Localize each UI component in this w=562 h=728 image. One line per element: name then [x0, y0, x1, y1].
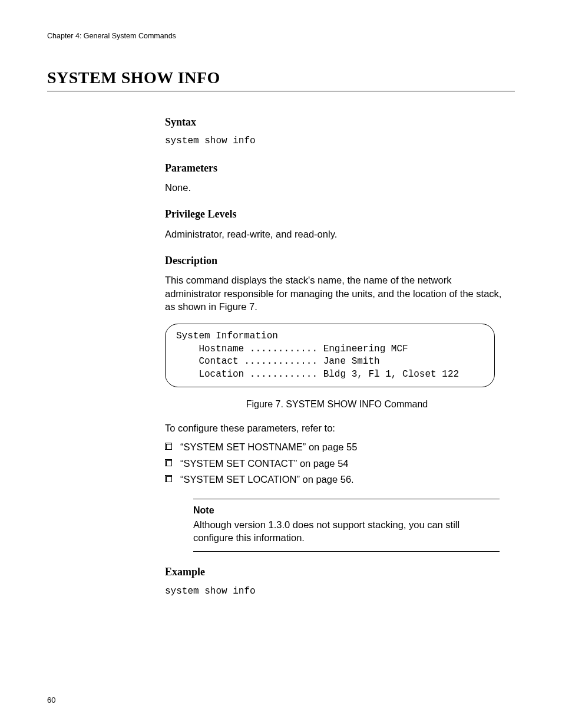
list-item: “SYSTEM SET LOCATION” on page 56.: [165, 473, 509, 486]
figure-caption: Figure 7. SYSTEM SHOW INFO Command: [165, 398, 509, 411]
page-number: 60: [47, 696, 55, 704]
note-label: Note: [193, 504, 500, 517]
note-block: Note Although version 1.3.0 does not sup…: [193, 499, 500, 552]
figure-line-0: System Information: [176, 330, 484, 343]
heading-example: Example: [165, 565, 509, 579]
heading-syntax: Syntax: [165, 115, 509, 129]
list-item-text: “SYSTEM SET CONTACT” on page 54: [180, 457, 348, 470]
page: Chapter 4: General System Commands SYSTE…: [0, 0, 562, 728]
figure-wrap: System Information Hostname ............…: [165, 324, 509, 411]
box-bullet-icon: [165, 459, 172, 466]
list-item-text: “SYSTEM SET LOCATION” on page 56.: [180, 473, 354, 486]
box-bullet-icon: [165, 475, 172, 482]
description-text: This command displays the stack's name, …: [165, 274, 509, 313]
list-item: “SYSTEM SET CONTACT” on page 54: [165, 457, 509, 470]
title-block: SYSTEM SHOW INFO: [47, 68, 515, 91]
page-title: SYSTEM SHOW INFO: [47, 68, 515, 87]
box-bullet-icon: [165, 443, 172, 450]
heading-privilege: Privilege Levels: [165, 207, 509, 221]
figure-line-2: Contact ............. Jane Smith: [176, 355, 484, 368]
content-column: Syntax system show info Parameters None.…: [165, 115, 509, 598]
syntax-code: system show info: [165, 135, 509, 148]
list-item-text: “SYSTEM SET HOSTNAME” on page 55: [180, 440, 357, 453]
figure-line-3: Location ............ Bldg 3, Fl 1, Clos…: [176, 368, 484, 381]
heading-parameters: Parameters: [165, 161, 509, 175]
bullet-list: “SYSTEM SET HOSTNAME” on page 55 “SYSTEM…: [165, 440, 509, 486]
heading-description: Description: [165, 253, 509, 268]
running-head: Chapter 4: General System Commands: [47, 32, 515, 40]
note-text: Although version 1.3.0 does not support …: [193, 518, 500, 545]
parameters-text: None.: [165, 181, 509, 194]
figure-line-1: Hostname ............ Engineering MCF: [176, 343, 484, 356]
refer-lead: To configure these parameters, refer to:: [165, 421, 509, 434]
list-item: “SYSTEM SET HOSTNAME” on page 55: [165, 440, 509, 453]
example-code: system show info: [165, 585, 509, 598]
figure-box: System Information Hostname ............…: [165, 324, 495, 387]
privilege-text: Administrator, read-write, and read-only…: [165, 228, 509, 241]
